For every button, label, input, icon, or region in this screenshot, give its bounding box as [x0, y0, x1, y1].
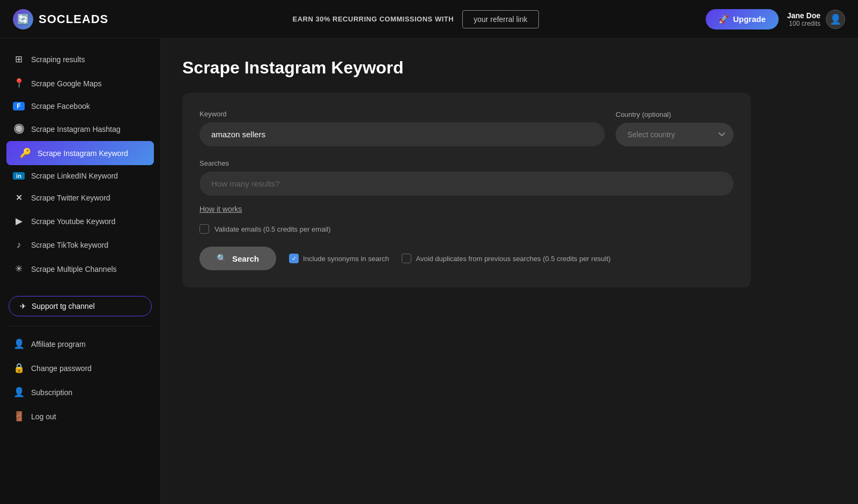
- sidebar-gap: [0, 281, 160, 292]
- key-icon: 🔑: [19, 147, 31, 159]
- search-icon: 🔍: [217, 254, 227, 263]
- tiktok-icon: ♪: [13, 240, 25, 250]
- sidebar-label: Scrape LinkedIN Keyword: [31, 172, 118, 180]
- synonyms-option[interactable]: ✓ Include synonyms in search: [289, 254, 389, 263]
- country-select[interactable]: Select country: [616, 123, 734, 146]
- sidebar-label: Scrape Multiple Channels: [31, 265, 117, 273]
- keyword-country-row: Keyword Country (optional) Select countr…: [199, 110, 734, 146]
- user-info: Jane Doe 100 credits 👤: [787, 10, 845, 29]
- sidebar-item-multiple-channels[interactable]: ✳ Scrape Multiple Channels: [0, 257, 160, 281]
- sidebar-label: Subscription: [31, 388, 72, 397]
- youtube-icon: ▶: [13, 216, 25, 227]
- logo-text: SOCLEADS: [39, 12, 108, 26]
- duplicates-checkbox[interactable]: [402, 254, 411, 263]
- upgrade-button[interactable]: 🚀 Upgrade: [706, 9, 779, 29]
- sidebar-item-instagram-hashtag[interactable]: 🔘 Scrape Instagram Hashtag: [0, 117, 160, 141]
- country-label: Country (optional): [616, 110, 734, 118]
- avatar[interactable]: 👤: [826, 10, 845, 29]
- main-content: Scrape Instagram Keyword Keyword Country…: [161, 39, 858, 504]
- sidebar: ⊞ Scraping results 📍 Scrape Google Maps …: [0, 39, 161, 504]
- keyword-input[interactable]: [199, 122, 605, 146]
- facebook-icon: F: [13, 102, 25, 110]
- user-name: Jane Doe: [787, 11, 820, 20]
- subscription-icon: 👤: [13, 387, 25, 398]
- logout-icon: 🚪: [13, 411, 25, 422]
- support-label: Support tg channel: [32, 302, 95, 310]
- header-right: 🚀 Upgrade Jane Doe 100 credits 👤: [684, 9, 845, 29]
- header: 🔄 SOCLEADS EARN 30% RECURRING COMMISSION…: [0, 0, 858, 39]
- validate-checkbox[interactable]: [199, 224, 209, 234]
- instagram-icon: 🔘: [13, 123, 25, 135]
- logo-area: 🔄 SOCLEADS: [13, 9, 147, 29]
- sidebar-item-twitter-keyword[interactable]: ✕ Scrape Twitter Keyword: [0, 187, 160, 209]
- sidebar-item-google-maps[interactable]: 📍 Scrape Google Maps: [0, 71, 160, 95]
- form-card: Keyword Country (optional) Select countr…: [182, 93, 751, 287]
- user-credits: 100 credits: [787, 20, 820, 27]
- sidebar-label: Affiliate program: [31, 340, 86, 349]
- country-group: Country (optional) Select country: [616, 110, 734, 146]
- referral-link-button[interactable]: your referral link: [462, 10, 538, 28]
- promo-text: EARN 30% RECURRING COMMISSIONS WITH: [292, 15, 454, 23]
- synonyms-label: Include synonyms in search: [303, 255, 389, 263]
- sidebar-item-subscription[interactable]: 👤 Subscription: [0, 380, 160, 404]
- grid-icon: ⊞: [13, 54, 25, 65]
- searches-row: Searches: [199, 159, 734, 196]
- sidebar-label: Change password: [31, 364, 92, 373]
- sidebar-label: Scrape Instagram Hashtag: [31, 125, 121, 134]
- header-promo: EARN 30% RECURRING COMMISSIONS WITH your…: [158, 10, 674, 28]
- map-pin-icon: 📍: [13, 78, 25, 89]
- upgrade-label: Upgrade: [733, 14, 766, 24]
- sidebar-item-tiktok-keyword[interactable]: ♪ Scrape TikTok keyword: [0, 233, 160, 257]
- sidebar-item-instagram-keyword[interactable]: 🔑 Scrape Instagram Keyword: [6, 141, 154, 165]
- sidebar-item-scraping-results[interactable]: ⊞ Scraping results: [0, 47, 160, 71]
- search-button[interactable]: 🔍 Search: [199, 247, 276, 270]
- affiliate-icon: 👤: [13, 338, 25, 350]
- sidebar-item-change-password[interactable]: 🔒 Change password: [0, 356, 160, 380]
- searches-input[interactable]: [199, 172, 734, 196]
- linkedin-icon: in: [13, 172, 25, 180]
- sidebar-item-linkedin-keyword[interactable]: in Scrape LinkedIN Keyword: [0, 165, 160, 187]
- sidebar-label: Scrape TikTok keyword: [31, 241, 108, 249]
- support-button[interactable]: ✈ Support tg channel: [9, 296, 152, 316]
- asterisk-icon: ✳: [13, 263, 25, 275]
- searches-group: Searches: [199, 159, 734, 196]
- keyword-group: Keyword: [199, 110, 605, 146]
- sidebar-label: Scraping results: [31, 55, 85, 64]
- logo-icon: 🔄: [13, 9, 33, 29]
- sidebar-divider: [9, 326, 152, 327]
- page-title: Scrape Instagram Keyword: [182, 58, 837, 78]
- lock-icon: 🔒: [13, 362, 25, 374]
- sidebar-label: Scrape Twitter Keyword: [31, 194, 110, 202]
- sidebar-label: Scrape Facebook: [31, 102, 90, 110]
- actions-row: 🔍 Search ✓ Include synonyms in search Av…: [199, 247, 734, 270]
- sidebar-label: Log out: [31, 412, 56, 421]
- searches-label: Searches: [199, 159, 734, 167]
- sidebar-item-youtube-keyword[interactable]: ▶ Scrape Youtube Keyword: [0, 209, 160, 233]
- duplicates-label: Avoid duplicates from previous searches …: [416, 255, 610, 263]
- duplicates-option[interactable]: Avoid duplicates from previous searches …: [402, 254, 610, 263]
- sidebar-label: Scrape Instagram Keyword: [38, 149, 128, 158]
- search-label: Search: [232, 254, 259, 263]
- sidebar-item-facebook[interactable]: F Scrape Facebook: [0, 95, 160, 117]
- sidebar-item-logout[interactable]: 🚪 Log out: [0, 404, 160, 428]
- rocket-icon: 🚀: [719, 14, 729, 24]
- telegram-icon: ✈: [20, 302, 26, 310]
- sidebar-label: Scrape Google Maps: [31, 79, 102, 88]
- sidebar-label: Scrape Youtube Keyword: [31, 217, 115, 226]
- sidebar-item-affiliate[interactable]: 👤 Affiliate program: [0, 332, 160, 356]
- synonyms-checkbox[interactable]: ✓: [289, 254, 299, 263]
- keyword-label: Keyword: [199, 110, 605, 118]
- validate-row: Validate emails (0.5 credits per email): [199, 224, 734, 234]
- twitter-icon: ✕: [13, 193, 25, 203]
- how-it-works-link[interactable]: How it works: [199, 205, 242, 213]
- validate-label: Validate emails (0.5 credits per email): [214, 225, 331, 233]
- body-layout: ⊞ Scraping results 📍 Scrape Google Maps …: [0, 39, 858, 504]
